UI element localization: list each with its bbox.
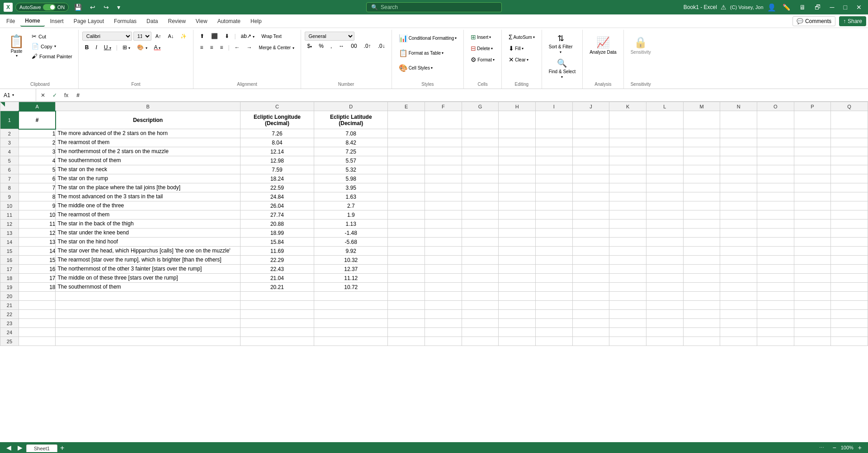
- cell-B6[interactable]: The star on the neck: [56, 165, 240, 174]
- cell-G13[interactable]: [462, 229, 499, 238]
- zoom-in-button[interactable]: +: [855, 443, 864, 452]
- font-color-button[interactable]: A ▾: [151, 43, 164, 52]
- cell-H8[interactable]: [499, 183, 536, 192]
- cell-G18[interactable]: [462, 274, 499, 283]
- cell-O23[interactable]: [757, 319, 794, 328]
- cell-I17[interactable]: [536, 265, 573, 274]
- cell-O8[interactable]: [757, 183, 794, 192]
- cell-M3[interactable]: [683, 138, 720, 147]
- cell-P13[interactable]: [794, 229, 831, 238]
- cell-C5[interactable]: 12.98: [240, 156, 314, 165]
- redo-button[interactable]: ↪: [101, 3, 112, 12]
- borders-button[interactable]: ⊞ ▾: [120, 43, 133, 52]
- cell-E9[interactable]: [388, 192, 425, 201]
- cell-D13[interactable]: -1.48: [314, 229, 388, 238]
- cell-O15[interactable]: [757, 247, 794, 256]
- cell-K1[interactable]: [609, 111, 646, 129]
- cell-M19[interactable]: [683, 283, 720, 292]
- spreadsheet-container[interactable]: A B C D E F G H I J K L M N O P Q: [0, 102, 868, 453]
- cell-B20[interactable]: [56, 292, 240, 301]
- cell-C19[interactable]: 20.21: [240, 283, 314, 292]
- cell-E22[interactable]: [388, 310, 425, 319]
- cell-H9[interactable]: [499, 192, 536, 201]
- cell-D25[interactable]: [314, 337, 388, 346]
- cell-G25[interactable]: [462, 337, 499, 346]
- row-header-18[interactable]: 18: [0, 274, 19, 283]
- cell-F7[interactable]: [425, 174, 462, 183]
- cell-M24[interactable]: [683, 328, 720, 337]
- cell-L25[interactable]: [646, 337, 684, 346]
- cell-D7[interactable]: 5.98: [314, 174, 388, 183]
- cell-D20[interactable]: [314, 292, 388, 301]
- copy-button[interactable]: 📄 Copy ▾: [29, 42, 75, 51]
- cell-C2[interactable]: 7.26: [240, 129, 314, 138]
- cell-D22[interactable]: [314, 310, 388, 319]
- menu-item-insert[interactable]: Insert: [46, 16, 68, 26]
- row-header-2[interactable]: 2: [0, 129, 19, 138]
- cell-M8[interactable]: [683, 183, 720, 192]
- cell-I23[interactable]: [536, 319, 573, 328]
- cell-O22[interactable]: [757, 310, 794, 319]
- col-header-M[interactable]: M: [683, 102, 720, 111]
- cell-A18[interactable]: 17: [19, 274, 56, 283]
- cell-I15[interactable]: [536, 247, 573, 256]
- cell-G11[interactable]: [462, 210, 499, 219]
- cell-I7[interactable]: [536, 174, 573, 183]
- col-header-D[interactable]: D: [314, 102, 388, 111]
- cell-H15[interactable]: [499, 247, 536, 256]
- col-header-B[interactable]: B: [56, 102, 240, 111]
- cell-M5[interactable]: [683, 156, 720, 165]
- cell-N12[interactable]: [720, 219, 757, 229]
- font-size-select[interactable]: 11: [133, 32, 151, 41]
- cell-C10[interactable]: 26.04: [240, 201, 314, 210]
- cell-A10[interactable]: 9: [19, 201, 56, 210]
- cell-H21[interactable]: [499, 301, 536, 310]
- cell-J11[interactable]: [572, 210, 609, 219]
- cell-P17[interactable]: [794, 265, 831, 274]
- cell-O18[interactable]: [757, 274, 794, 283]
- cell-C11[interactable]: 27.74: [240, 210, 314, 219]
- cell-H6[interactable]: [499, 165, 536, 174]
- cell-L7[interactable]: [646, 174, 684, 183]
- cell-C21[interactable]: [240, 301, 314, 310]
- cell-C1[interactable]: Ecliptic Longitude(Decimal): [240, 111, 314, 129]
- cell-H10[interactable]: [499, 201, 536, 210]
- cell-I16[interactable]: [536, 256, 573, 265]
- cell-M23[interactable]: [683, 319, 720, 328]
- cell-E25[interactable]: [388, 337, 425, 346]
- cell-N14[interactable]: [720, 238, 757, 247]
- cell-K24[interactable]: [609, 328, 646, 337]
- cell-Q9[interactable]: [831, 192, 868, 201]
- cell-J7[interactable]: [572, 174, 609, 183]
- cell-P24[interactable]: [794, 328, 831, 337]
- cell-L19[interactable]: [646, 283, 684, 292]
- cell-I6[interactable]: [536, 165, 573, 174]
- cell-C9[interactable]: 24.84: [240, 192, 314, 201]
- cell-G20[interactable]: [462, 292, 499, 301]
- cell-N4[interactable]: [720, 147, 757, 156]
- cell-A19[interactable]: 18: [19, 283, 56, 292]
- cell-L6[interactable]: [646, 165, 684, 174]
- formula-input[interactable]: [73, 92, 868, 98]
- menu-item-file[interactable]: File: [2, 16, 19, 26]
- cell-N9[interactable]: [720, 192, 757, 201]
- cell-B23[interactable]: [56, 319, 240, 328]
- pen-icon-button[interactable]: ✏️: [780, 3, 793, 12]
- cell-J24[interactable]: [572, 328, 609, 337]
- cell-G22[interactable]: [462, 310, 499, 319]
- cell-B1[interactable]: Description: [56, 111, 240, 129]
- cell-M9[interactable]: [683, 192, 720, 201]
- row-header-10[interactable]: 10: [0, 201, 19, 210]
- italic-button[interactable]: I: [93, 43, 99, 52]
- insert-function-button[interactable]: fx: [61, 91, 71, 99]
- cell-E7[interactable]: [388, 174, 425, 183]
- cell-I12[interactable]: [536, 219, 573, 229]
- restore-button[interactable]: 🗗: [812, 3, 824, 12]
- cell-G16[interactable]: [462, 256, 499, 265]
- clear-button[interactable]: ✕ Clear ▾: [505, 54, 532, 65]
- cell-A15[interactable]: 14: [19, 247, 56, 256]
- comments-button[interactable]: 💬 Comments: [793, 16, 835, 26]
- row-header-24[interactable]: 24: [0, 328, 19, 337]
- cell-H18[interactable]: [499, 274, 536, 283]
- row-header-15[interactable]: 15: [0, 247, 19, 256]
